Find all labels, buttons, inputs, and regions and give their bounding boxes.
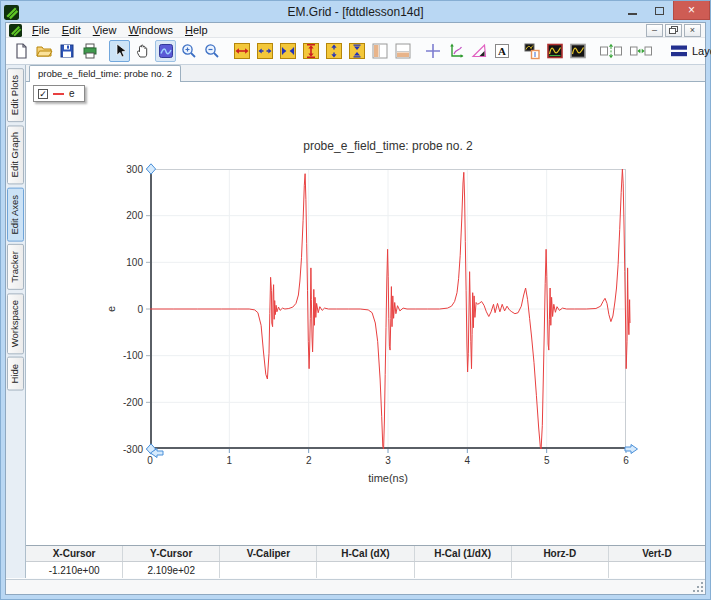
select-arrow-button[interactable] [109,40,130,62]
column-header-h-cal-1-dx: H-Cal (1/dX) [415,546,512,561]
plot-style-dark-icon [569,42,587,60]
x-tick-label: 4 [465,455,471,466]
plot-window: probe_e_field_time: probe no. 2 ✓ e prob… [25,65,705,578]
tab-probe-e-field-time[interactable]: probe_e_field_time: probe no. 2 [29,65,181,82]
sidebar-tab-workspace[interactable]: Workspace [7,293,24,354]
document-icon [9,24,22,37]
sidebar: Edit PlotsEdit GraphEdit AxesTrackerWork… [6,65,25,578]
text-label-button[interactable]: A [491,40,512,62]
axes-tool-button[interactable] [445,40,466,62]
x-axis-label: time(ns) [150,472,626,484]
save-icon [58,42,76,60]
v-fit-icon [302,42,320,60]
zoom-region-button[interactable] [155,40,176,62]
sidebar-tab-edit-axes[interactable]: Edit Axes [7,188,24,242]
v-shrink-button[interactable] [346,40,367,62]
maximize-icon [655,7,664,15]
add-plot-icon [523,42,541,60]
child-minimize-button[interactable]: – [646,24,663,37]
value-x-cursor: -1.210e+00 [26,562,123,578]
maximize-button[interactable] [646,1,673,20]
margin-left-button[interactable] [369,40,390,62]
menu-edit[interactable]: Edit [56,23,87,38]
value-y-cursor: 2.109e+02 [123,562,220,578]
h-fit-button[interactable] [231,40,252,62]
h-spacing-button[interactable] [627,40,655,62]
menu-help[interactable]: Help [179,23,214,38]
y-tick-label: -100 [123,350,143,361]
child-window-controls: – × [646,24,703,37]
v-shrink-icon [348,42,366,60]
window-title: EM.Grid - [fdtdlesson14d] [1,5,710,19]
toolbar: ALayout▼ [6,38,705,64]
h-shrink-button[interactable] [277,40,298,62]
pan-hand-button[interactable] [132,40,153,62]
x-tick-label: 2 [306,455,312,466]
titlebar: EM.Grid - [fdtdlesson14d] × [1,1,710,22]
child-restore-icon [669,26,678,34]
new-file-icon [12,42,30,60]
h-expand-button[interactable] [254,40,275,62]
plot-style-red-button[interactable] [544,40,565,62]
plot-area[interactable]: 01234563002001000-100-200-300 [150,169,626,449]
menu-view[interactable]: View [87,23,123,38]
sidebar-tab-edit-graph[interactable]: Edit Graph [7,125,24,184]
v-expand-button[interactable] [323,40,344,62]
print-icon [81,42,99,60]
margin-bottom-button[interactable] [392,40,413,62]
print-button[interactable] [79,40,100,62]
open-file-button[interactable] [33,40,54,62]
y-axis-top-handle[interactable] [146,164,155,174]
value-h-cal-1-dx [415,562,512,578]
menu-file[interactable]: File [26,23,56,38]
value-horz-d [512,562,609,578]
minimize-button[interactable] [619,1,646,20]
legend-series-label: e [69,88,75,99]
menu-windows[interactable]: Windows [122,23,179,38]
new-file-button[interactable] [10,40,31,62]
legend-checkbox[interactable]: ✓ [38,89,48,99]
caliper-triangle-icon [470,42,488,60]
child-close-button[interactable]: × [684,24,701,37]
x-tick-label: 6 [623,455,629,466]
legend: ✓ e [33,85,85,102]
resize-grip[interactable] [693,582,704,593]
column-header-v-caliper: V-Caliper [220,546,317,561]
y-tick-label: 0 [137,304,143,315]
menubar-items: FileEditViewWindowsHelp [26,23,214,38]
plot-style-dark-button[interactable] [567,40,588,62]
sidebar-tab-tracker[interactable]: Tracker [7,244,24,290]
sidebar-tab-edit-plots[interactable]: Edit Plots [7,68,24,122]
child-close-icon: × [690,25,695,35]
zoom-in-button[interactable] [178,40,199,62]
zoom-out-button[interactable] [201,40,222,62]
y-tick-label: 200 [126,210,143,221]
crosshair-button[interactable] [422,40,443,62]
value-h-cal-dx [317,562,414,578]
y-tick-label: 300 [126,164,143,175]
v-fit-button[interactable] [300,40,321,62]
v-spacing-button[interactable] [597,40,625,62]
layout-menu-button[interactable]: Layout▼ [664,40,711,62]
zoom-region-icon [157,42,175,60]
h-fit-icon [233,42,251,60]
margin-left-icon [371,42,389,60]
sidebar-tab-hide[interactable]: Hide [7,357,24,391]
menubar: FileEditViewWindowsHelp – × [6,23,705,38]
cursor-readout-table: X-CursorY-CursorV-CaliperH-Cal (dX)H-Cal… [26,545,705,578]
v-spacing-icon [599,42,623,60]
column-header-x-cursor: X-Cursor [26,546,123,561]
child-restore-button[interactable] [665,24,682,37]
layout-icon [670,42,688,60]
caliper-triangle-button[interactable] [468,40,489,62]
column-header-y-cursor: Y-Cursor [123,546,220,561]
y-tick-label: -300 [123,444,143,455]
x-axis-right-handle[interactable] [625,445,638,454]
zoom-out-icon [203,42,221,60]
add-plot-button[interactable] [521,40,542,62]
save-button[interactable] [56,40,77,62]
close-button[interactable]: × [673,1,710,20]
column-header-vert-d: Vert-D [609,546,705,561]
x-tick-label: 0 [147,455,153,466]
x-tick-label: 1 [227,455,233,466]
